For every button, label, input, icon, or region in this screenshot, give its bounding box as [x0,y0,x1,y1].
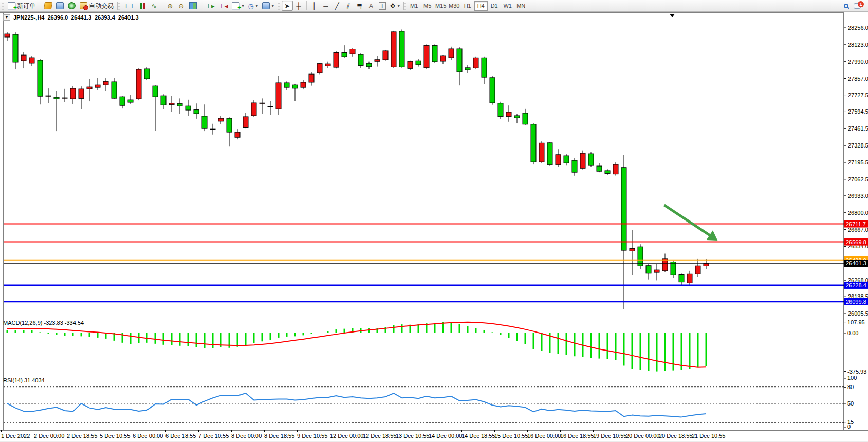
metaeditor-button[interactable] [42,1,54,11]
trendline-tool[interactable]: ╱ [331,1,343,11]
periods-button[interactable]: ◷▾ [246,1,260,11]
arrows-icon: ✥ [390,3,396,9]
timeframe-mn[interactable]: MN [514,1,528,11]
candle-bearish [490,76,495,105]
time-axis-label: 14 Dec 18:55 [461,433,495,439]
vertical-line-icon: │ [312,3,317,9]
price-flag-label: 26099.8 [846,299,866,305]
timeframe-h1[interactable]: H1 [461,1,474,11]
candlestick-chart-button[interactable] [137,1,149,11]
price-axis-label: 27990.0 [848,59,868,65]
candle-bearish [638,244,643,269]
line-chart-button[interactable]: ∿ [149,1,160,11]
time-axis-label: 2 Dec 18:55 [67,433,97,439]
toolbar-grip[interactable] [117,2,120,10]
price-axis-label: 28256.0 [848,25,868,31]
fibonacci-icon: ≣F [357,3,362,9]
one-click-trading-toggle[interactable]: ▼ [3,14,10,21]
new-order-button[interactable]: 新订单 [6,1,38,11]
chevron-down-icon: ▾ [272,4,274,8]
candle-bullish [383,50,388,61]
candle-bearish [547,142,552,165]
time-axis-label: 20 Dec 18:55 [659,433,692,439]
vertical-line-tool[interactable]: │ [309,1,320,11]
rsi-label: RSI(14) 31.4034 [3,377,45,383]
price-axis-label: 27195.5 [848,159,868,165]
toolbar-grip[interactable] [403,2,406,10]
rsi-axis-label: 80 [847,384,854,390]
candle-bearish [144,67,150,80]
toolbar-separator [40,1,40,10]
chevron-down-icon: ▾ [242,4,244,8]
tile-windows-button[interactable] [187,1,199,11]
new-order-label: 新订单 [17,2,35,10]
chevron-down-icon: ▾ [398,4,400,8]
time-axis-label: 2 Dec 00:00 [34,433,64,439]
time-axis-label: 21 Dec 10:55 [692,433,725,439]
equidistant-channel-icon: ⫽E [347,3,350,9]
time-axis-label: 12 Dec 18:55 [363,433,396,439]
signal-icon [68,2,76,9]
bar-chart-button[interactable]: ⊥⊥ [121,1,137,11]
price-flag-label: 26228.4 [846,282,866,288]
time-axis-label: 8 Dec 00:00 [231,433,262,439]
zoom-out-button[interactable]: ⊖ [176,1,187,11]
timeframe-d1[interactable]: D1 [488,1,501,11]
crosshair-tool-button[interactable]: ┼ [293,1,304,11]
time-axis-label: 15 Dec 10:55 [494,433,528,439]
rsi-axis-label: 50 [847,400,854,407]
autotrading-button[interactable]: 自动交易 [78,1,116,11]
time-axis-label: 19 Dec 10:55 [593,433,626,439]
market-watch-button[interactable] [54,1,66,11]
toolbar-grip[interactable] [2,2,4,10]
text-tool[interactable]: A [365,1,377,11]
timeframe-w1[interactable]: W1 [501,1,514,11]
timeframe-group: M1M5M15M30H1H4D1W1MN [408,1,528,11]
clock-icon: ◷ [248,3,253,9]
horizontal-line-tool[interactable]: ─ [320,1,331,11]
candle-bullish [424,44,429,69]
chart-shift-button[interactable]: ⊥◂ [217,1,230,11]
candle-bullish [580,151,585,170]
add-indicator-icon [232,2,239,9]
timeframe-m30[interactable]: M30 [448,1,461,11]
templates-button[interactable]: ▾ [260,1,276,11]
price-axis-label: 27727.5 [848,92,868,98]
cursor-icon: ➤ [284,3,290,9]
bar-high: 26441.3 [71,14,91,21]
time-axis-label: 12 Dec 00:00 [330,433,363,439]
chart-canvas[interactable]: 107.950.00-375.93100805015028256.028123.… [0,12,868,441]
timeframe-m1[interactable]: M1 [408,1,421,11]
chart-background [0,12,868,441]
candle-bullish [334,51,339,68]
candle-bullish [391,31,396,68]
zoom-in-icon: ⊕ [167,3,173,9]
macd-axis-label: -375.93 [847,369,866,375]
candle-bearish [531,123,536,164]
signals-button[interactable] [66,1,78,11]
fibonacci-tool[interactable]: ≣F [354,1,365,11]
timeframe-m15[interactable]: M15 [434,1,448,11]
indicators-button[interactable]: ▾ [230,1,246,11]
search-icon[interactable] [844,4,848,8]
toolbar-grip[interactable] [278,2,280,10]
candle-bullish [613,162,618,175]
text-label-tool[interactable]: T [377,1,388,11]
channel-tool[interactable]: ⫽E [343,1,354,11]
candlestick-icon [140,3,145,9]
time-axis-label: 7 Dec 10:55 [198,433,229,439]
chat-icon[interactable]: 1 [854,3,861,9]
rsi-axis-label: 100 [847,375,857,381]
arrows-tool[interactable]: ✥▾ [388,1,402,11]
timeframe-m5[interactable]: M5 [421,1,434,11]
auto-scroll-button[interactable]: ⊥▸ [204,1,217,11]
timeframe-h4[interactable]: H4 [474,1,488,11]
zoom-in-button[interactable]: ⊕ [164,1,176,11]
macd-label: MACD(12,26,9) -323.83 -334.54 [3,320,84,326]
price-axis-label: 28123.0 [848,42,868,48]
text-icon: A [368,3,373,9]
tile-windows-icon [189,2,197,9]
cursor-tool-button[interactable]: ➤ [282,1,293,11]
macd-axis-label: 107.95 [847,319,865,325]
time-axis-label: 13 Dec 10:55 [396,433,429,439]
